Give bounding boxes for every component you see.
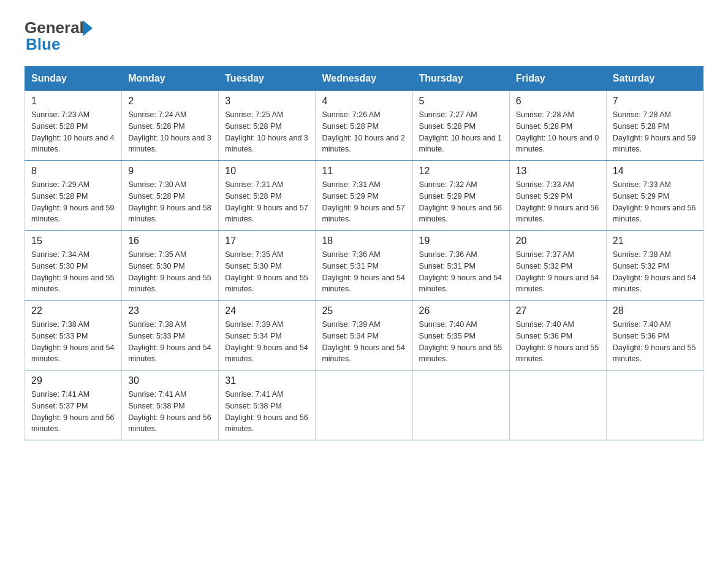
day-info: Sunrise: 7:39 AMSunset: 5:34 PMDaylight:… (225, 320, 308, 363)
calendar-cell: 9 Sunrise: 7:30 AMSunset: 5:28 PMDayligh… (122, 161, 219, 231)
calendar-cell: 14 Sunrise: 7:33 AMSunset: 5:29 PMDaylig… (606, 161, 703, 231)
day-number: 2 (128, 96, 212, 107)
calendar-cell: 4 Sunrise: 7:26 AMSunset: 5:28 PMDayligh… (316, 91, 412, 161)
calendar-week-row: 1 Sunrise: 7:23 AMSunset: 5:28 PMDayligh… (25, 91, 703, 161)
calendar-cell: 7 Sunrise: 7:28 AMSunset: 5:28 PMDayligh… (606, 91, 703, 161)
day-info: Sunrise: 7:39 AMSunset: 5:34 PMDaylight:… (322, 320, 405, 363)
day-number: 13 (516, 166, 600, 177)
logo-triangle-icon (83, 20, 93, 36)
day-info: Sunrise: 7:41 AMSunset: 5:38 PMDaylight:… (225, 390, 308, 433)
day-number: 23 (128, 305, 212, 316)
calendar-cell: 3 Sunrise: 7:25 AMSunset: 5:28 PMDayligh… (219, 91, 316, 161)
day-number: 30 (128, 375, 212, 386)
calendar-body: 1 Sunrise: 7:23 AMSunset: 5:28 PMDayligh… (25, 91, 703, 440)
calendar-cell: 12 Sunrise: 7:32 AMSunset: 5:29 PMDaylig… (412, 161, 509, 231)
day-info: Sunrise: 7:36 AMSunset: 5:31 PMDaylight:… (322, 250, 405, 293)
day-info: Sunrise: 7:25 AMSunset: 5:28 PMDaylight:… (225, 110, 308, 153)
day-info: Sunrise: 7:33 AMSunset: 5:29 PMDaylight:… (613, 180, 696, 223)
day-number: 19 (419, 236, 503, 247)
day-number: 28 (613, 305, 697, 316)
day-number: 12 (419, 166, 503, 177)
calendar-cell: 24 Sunrise: 7:39 AMSunset: 5:34 PMDaylig… (219, 301, 316, 370)
day-info: Sunrise: 7:40 AMSunset: 5:35 PMDaylight:… (419, 320, 502, 363)
day-info: Sunrise: 7:28 AMSunset: 5:28 PMDaylight:… (516, 110, 599, 153)
day-info: Sunrise: 7:41 AMSunset: 5:37 PMDaylight:… (31, 390, 115, 433)
calendar-cell: 19 Sunrise: 7:36 AMSunset: 5:31 PMDaylig… (412, 231, 509, 301)
day-info: Sunrise: 7:35 AMSunset: 5:30 PMDaylight:… (225, 250, 308, 293)
day-number: 3 (225, 96, 309, 107)
day-number: 31 (225, 375, 309, 386)
day-info: Sunrise: 7:40 AMSunset: 5:36 PMDaylight:… (516, 320, 599, 363)
day-info: Sunrise: 7:38 AMSunset: 5:33 PMDaylight:… (31, 320, 115, 363)
day-info: Sunrise: 7:27 AMSunset: 5:28 PMDaylight:… (419, 110, 502, 153)
day-info: Sunrise: 7:41 AMSunset: 5:38 PMDaylight:… (128, 390, 211, 433)
day-info: Sunrise: 7:28 AMSunset: 5:28 PMDaylight:… (613, 110, 696, 153)
day-number: 1 (31, 96, 115, 107)
day-number: 20 (516, 236, 600, 247)
page-header: General Blue (25, 18, 703, 54)
day-info: Sunrise: 7:34 AMSunset: 5:30 PMDaylight:… (31, 250, 115, 293)
calendar-cell: 29 Sunrise: 7:41 AMSunset: 5:37 PMDaylig… (25, 370, 122, 440)
day-number: 24 (225, 305, 309, 316)
calendar-header-friday: Friday (509, 67, 606, 91)
day-info: Sunrise: 7:30 AMSunset: 5:28 PMDaylight:… (128, 180, 211, 223)
calendar-cell: 27 Sunrise: 7:40 AMSunset: 5:36 PMDaylig… (509, 301, 606, 370)
logo-area: General Blue (25, 18, 93, 54)
day-number: 9 (128, 166, 212, 177)
calendar-cell: 8 Sunrise: 7:29 AMSunset: 5:28 PMDayligh… (25, 161, 122, 231)
calendar-cell (412, 370, 509, 440)
day-number: 4 (322, 96, 406, 107)
calendar-cell (606, 370, 703, 440)
day-number: 17 (225, 236, 309, 247)
calendar-header-thursday: Thursday (412, 67, 509, 91)
day-number: 6 (516, 96, 600, 107)
calendar-week-row: 22 Sunrise: 7:38 AMSunset: 5:33 PMDaylig… (25, 301, 703, 370)
calendar-cell: 11 Sunrise: 7:31 AMSunset: 5:29 PMDaylig… (316, 161, 412, 231)
calendar-cell: 5 Sunrise: 7:27 AMSunset: 5:28 PMDayligh… (412, 91, 509, 161)
calendar-header-monday: Monday (122, 67, 219, 91)
day-info: Sunrise: 7:31 AMSunset: 5:28 PMDaylight:… (225, 180, 308, 223)
day-info: Sunrise: 7:37 AMSunset: 5:32 PMDaylight:… (516, 250, 599, 293)
calendar-cell: 23 Sunrise: 7:38 AMSunset: 5:33 PMDaylig… (122, 301, 219, 370)
calendar-cell: 18 Sunrise: 7:36 AMSunset: 5:31 PMDaylig… (316, 231, 412, 301)
calendar-cell (509, 370, 606, 440)
calendar-cell: 25 Sunrise: 7:39 AMSunset: 5:34 PMDaylig… (316, 301, 412, 370)
day-number: 7 (613, 96, 697, 107)
day-info: Sunrise: 7:38 AMSunset: 5:33 PMDaylight:… (128, 320, 211, 363)
calendar-cell: 28 Sunrise: 7:40 AMSunset: 5:36 PMDaylig… (606, 301, 703, 370)
day-number: 27 (516, 305, 600, 316)
calendar-header-wednesday: Wednesday (316, 67, 412, 91)
day-number: 16 (128, 236, 212, 247)
day-number: 21 (613, 236, 697, 247)
day-number: 15 (31, 236, 115, 247)
day-number: 5 (419, 96, 503, 107)
calendar-cell: 10 Sunrise: 7:31 AMSunset: 5:28 PMDaylig… (219, 161, 316, 231)
day-info: Sunrise: 7:33 AMSunset: 5:29 PMDaylight:… (516, 180, 599, 223)
day-info: Sunrise: 7:23 AMSunset: 5:28 PMDaylight:… (31, 110, 115, 153)
calendar-week-row: 8 Sunrise: 7:29 AMSunset: 5:28 PMDayligh… (25, 161, 703, 231)
calendar-table: SundayMondayTuesdayWednesdayThursdayFrid… (25, 66, 703, 440)
day-info: Sunrise: 7:24 AMSunset: 5:28 PMDaylight:… (128, 110, 211, 153)
day-info: Sunrise: 7:31 AMSunset: 5:29 PMDaylight:… (322, 180, 405, 223)
day-number: 25 (322, 305, 406, 316)
day-info: Sunrise: 7:40 AMSunset: 5:36 PMDaylight:… (613, 320, 696, 363)
day-info: Sunrise: 7:26 AMSunset: 5:28 PMDaylight:… (322, 110, 405, 153)
day-number: 22 (31, 305, 115, 316)
calendar-cell: 13 Sunrise: 7:33 AMSunset: 5:29 PMDaylig… (509, 161, 606, 231)
calendar-cell: 20 Sunrise: 7:37 AMSunset: 5:32 PMDaylig… (509, 231, 606, 301)
logo-blue-text: Blue (26, 35, 60, 54)
calendar-cell: 26 Sunrise: 7:40 AMSunset: 5:35 PMDaylig… (412, 301, 509, 370)
day-info: Sunrise: 7:29 AMSunset: 5:28 PMDaylight:… (31, 180, 115, 223)
day-number: 18 (322, 236, 406, 247)
calendar-cell (316, 370, 412, 440)
day-info: Sunrise: 7:36 AMSunset: 5:31 PMDaylight:… (419, 250, 502, 293)
day-info: Sunrise: 7:32 AMSunset: 5:29 PMDaylight:… (419, 180, 502, 223)
calendar-header-tuesday: Tuesday (219, 67, 316, 91)
calendar-cell: 21 Sunrise: 7:38 AMSunset: 5:32 PMDaylig… (606, 231, 703, 301)
day-number: 10 (225, 166, 309, 177)
day-number: 29 (31, 375, 115, 386)
calendar-cell: 15 Sunrise: 7:34 AMSunset: 5:30 PMDaylig… (25, 231, 122, 301)
calendar-header-row: SundayMondayTuesdayWednesdayThursdayFrid… (25, 67, 703, 91)
calendar-cell: 22 Sunrise: 7:38 AMSunset: 5:33 PMDaylig… (25, 301, 122, 370)
day-number: 11 (322, 166, 406, 177)
